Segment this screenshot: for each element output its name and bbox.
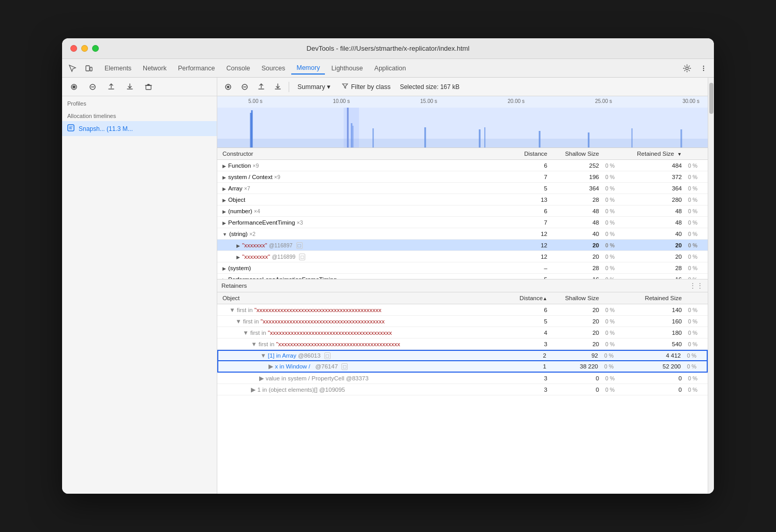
retainer-retained-pct-cell: 0 % — [685, 386, 706, 394]
constructor-cell: ▶Object — [219, 196, 509, 204]
constructor-cell: ▶PerformanceEventTiming ×3 — [219, 218, 509, 227]
tab-performance[interactable]: Performance — [173, 63, 220, 74]
record-button[interactable] — [67, 80, 81, 94]
distance-cell: – — [509, 264, 550, 272]
retained-cell: 48 — [628, 218, 685, 227]
tab-console[interactable]: Console — [221, 63, 256, 74]
retainer-row[interactable]: ▶ value in system / PropertyCell @83373 … — [217, 373, 708, 384]
summary-dropdown[interactable]: Summary ▾ — [293, 81, 335, 92]
heap-record-btn[interactable] — [221, 80, 235, 94]
retained-cell: 48 — [628, 207, 685, 215]
shallow-pct-cell: 0 % — [602, 207, 628, 215]
more-icon[interactable] — [697, 62, 710, 75]
shallow-pct-cell: 0 % — [602, 264, 628, 272]
close-button[interactable] — [70, 45, 77, 52]
traffic-lights — [70, 45, 99, 52]
timeline-container[interactable]: 5.00 s 10.00 s 15.00 s 20.00 s 25.00 s 3… — [217, 96, 708, 148]
upload-button[interactable] — [105, 80, 118, 94]
tab-application[interactable]: Application — [369, 63, 411, 74]
table-row[interactable]: ▶PerformanceLongAnimationFrameTiming 5 1… — [217, 274, 708, 279]
scrollbar[interactable] — [708, 78, 714, 494]
table-row[interactable]: ▼(string) ×2 12 40 0 % 40 0 % — [217, 228, 708, 240]
minimize-button[interactable] — [81, 45, 88, 52]
table-row[interactable]: ▶(system) – 28 0 % 28 0 % — [217, 262, 708, 274]
retainer-distance-cell: 2 — [503, 351, 549, 360]
table-row[interactable]: ▶▶"xxxxxxx" @116897 □ 12 20 0 % 20 0 % — [217, 240, 708, 251]
clear-button[interactable] — [142, 80, 155, 94]
retainer-shallow-pct-cell: 0 % — [601, 351, 627, 360]
heap-upload-btn[interactable] — [255, 80, 268, 94]
retained-cell: 280 — [628, 196, 685, 204]
retainer-retained-pct-cell: 0 % — [685, 329, 706, 337]
retained-pct-cell: 0 % — [685, 253, 706, 261]
svg-point-4 — [703, 67, 704, 68]
timeline-svg — [217, 108, 708, 148]
th-shallow-size[interactable]: Shallow Size — [550, 148, 602, 159]
table-row[interactable]: ▶Function ×9 6 252 0 % 484 0 % — [217, 160, 708, 171]
retainer-highlighted-row-inner[interactable]: ▶ x in Window / @76147 □ 1 38 220 0 % 52… — [217, 361, 708, 373]
timeline-label-1: 10.00 s — [333, 98, 350, 104]
tab-lighthouse[interactable]: Lighthouse — [326, 63, 368, 74]
retainer-row[interactable]: ▼ first in "xxxxxxxxxxxxxxxxxxxxxxxxxxxx… — [217, 327, 708, 338]
distance-cell: 5 — [509, 184, 550, 193]
retainer-row[interactable]: ▼ first in "xxxxxxxxxxxxxxxxxxxxxxxxxxxx… — [217, 338, 708, 350]
shallow-cell: 40 — [550, 230, 602, 238]
retainer-retained-pct-cell: 0 % — [685, 317, 706, 326]
retainer-object-cell: ▼ [1] in Array @86013 □ — [220, 351, 503, 360]
retainer-shallow-cell: 0 — [550, 374, 602, 382]
filter-class-button[interactable]: Filter by class — [338, 81, 394, 92]
heap-download-btn[interactable] — [271, 80, 285, 94]
retainer-retained-cell: 0 — [628, 386, 685, 394]
tab-memory[interactable]: Memory — [291, 62, 325, 75]
settings-icon[interactable] — [681, 62, 693, 75]
distance-cell: 12 — [509, 241, 550, 249]
retainer-row[interactable]: ▼ first in "xxxxxxxxxxxxxxxxxxxxxxxxxxxx… — [217, 304, 708, 316]
table-row[interactable]: ▶system / Context ×9 7 196 0 % 372 0 % — [217, 171, 708, 183]
constructor-cell: ▶▶"xxxxxxx" @116897 □ — [219, 241, 509, 249]
scrollbar-thumb[interactable] — [709, 83, 713, 114]
table-row[interactable]: ▶Array ×7 5 364 0 % 364 0 % — [217, 183, 708, 194]
heap-stop-btn[interactable] — [238, 80, 251, 94]
retainers-header: Retainers ⋮⋮ — [217, 279, 708, 292]
retainer-shallow-pct-cell: 0 % — [601, 362, 627, 371]
shallow-pct-cell: 0 % — [602, 173, 628, 181]
retainers-body[interactable]: ▼ first in "xxxxxxxxxxxxxxxxxxxxxxxxxxxx… — [217, 304, 708, 494]
retainer-retained-cell: 4 412 — [627, 351, 684, 360]
inspect-icon[interactable] — [66, 62, 79, 75]
device-icon[interactable] — [83, 62, 95, 75]
stop-button[interactable] — [86, 80, 99, 94]
distance-cell: 5 — [509, 275, 550, 279]
allocation-timelines-heading: Allocation timelines — [62, 109, 217, 121]
tab-network[interactable]: Network — [138, 63, 172, 74]
retainer-row[interactable]: ▼ first in "xxxxxxxxxxxxxxxxxxxxxxxxxxxx… — [217, 316, 708, 327]
table-row[interactable]: ▶PerformanceEventTiming ×3 7 48 0 % 48 0… — [217, 217, 708, 228]
retainer-retained-pct-cell: 0 % — [685, 306, 706, 314]
retainer-distance-cell: 5 — [504, 317, 550, 326]
timeline-ruler: 5.00 s 10.00 s 15.00 s 20.00 s 25.00 s 3… — [217, 96, 708, 104]
svg-point-13 — [227, 85, 230, 88]
main-content: Profiles Allocation timelines Snapsh... … — [62, 78, 714, 494]
rth-distance[interactable]: Distance▲ — [504, 292, 550, 304]
sidebar: Profiles Allocation timelines Snapsh... … — [62, 78, 217, 494]
th-retained-size[interactable]: Retained Size ▼ — [628, 148, 685, 159]
retainer-distance-cell: 4 — [504, 329, 550, 337]
retainer-shallow-cell: 20 — [550, 340, 602, 348]
retained-pct-cell: 0 % — [685, 207, 706, 215]
table-row[interactable]: ▶▶"xxxxxxxx" @116899 □ 12 20 0 % 20 0 % — [217, 251, 708, 262]
retainer-row[interactable]: ▶ 1 in (object elements)[] @109095 3 0 0… — [217, 384, 708, 395]
snapshot-item[interactable]: Snapsh... (11.3 M... — [62, 121, 217, 136]
constructor-cell: ▶PerformanceLongAnimationFrameTiming — [219, 275, 509, 279]
table-row[interactable]: ▶Object 13 28 0 % 280 0 % — [217, 194, 708, 205]
maximize-button[interactable] — [92, 45, 99, 52]
tab-sources[interactable]: Sources — [256, 63, 290, 74]
tab-elements[interactable]: Elements — [99, 63, 137, 74]
distance-cell: 13 — [509, 196, 550, 204]
snapshot-icon — [67, 124, 74, 133]
retainer-shallow-cell: 38 220 — [549, 362, 601, 371]
table-row[interactable]: ▶(number) ×4 6 48 0 % 48 0 % — [217, 205, 708, 217]
shallow-pct-cell: 0 % — [602, 218, 628, 227]
constructor-table-body[interactable]: ▶Function ×9 6 252 0 % 484 0 % ▶system /… — [217, 160, 708, 279]
retainer-highlighted-row[interactable]: ▼ [1] in Array @86013 □ 2 92 0 % 4 412 0… — [217, 350, 708, 361]
retained-cell: 20 — [628, 241, 685, 249]
download-button[interactable] — [123, 80, 137, 94]
